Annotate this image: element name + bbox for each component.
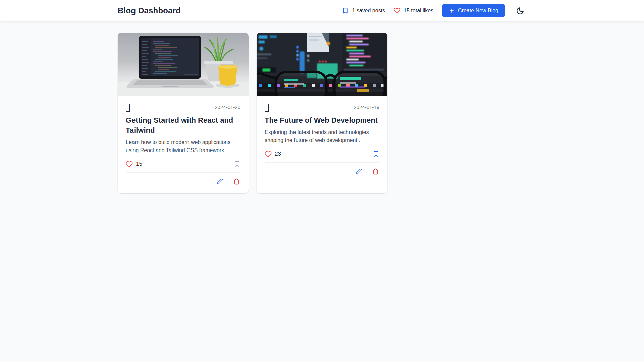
bookmark-icon <box>234 161 240 167</box>
post-cover-image <box>257 33 387 96</box>
trash-icon <box>233 178 240 185</box>
post-date: 2024-01-20 <box>215 103 240 110</box>
edit-post-button[interactable] <box>216 178 224 185</box>
like-button[interactable]: 15 <box>126 161 142 168</box>
bookmark-button[interactable] <box>373 150 379 157</box>
like-count: 15 <box>136 161 142 167</box>
saved-posts-stat: 1 saved posts <box>342 7 385 14</box>
app-header: Blog Dashboard 1 saved posts 15 total li… <box>0 0 644 21</box>
delete-post-button[interactable] <box>233 178 240 185</box>
plus-icon <box>449 8 455 14</box>
edit-post-button[interactable] <box>355 168 363 175</box>
bookmark-button[interactable] <box>234 161 240 167</box>
post-date: 2024-01-19 <box>354 103 379 110</box>
post-emoji-placeholder <box>265 104 269 112</box>
like-button[interactable]: 23 <box>265 150 281 158</box>
blog-card: 2024-01-19 The Future of Web Development… <box>257 33 387 193</box>
create-new-blog-label: Create New Blog <box>458 8 498 14</box>
heart-icon <box>126 161 133 168</box>
heart-icon <box>394 7 400 14</box>
bookmark-icon <box>373 150 379 157</box>
moon-icon <box>516 7 524 15</box>
post-excerpt: Exploring the latest trends and technolo… <box>265 128 379 144</box>
pencil-icon <box>356 168 362 175</box>
like-count: 23 <box>275 150 281 157</box>
bookmark-icon <box>342 7 349 14</box>
blog-card: 2024-01-20 Getting Started with React an… <box>118 33 249 193</box>
delete-post-button[interactable] <box>372 168 379 175</box>
total-likes-stat: 15 total likes <box>394 7 433 14</box>
post-excerpt: Learn how to build modern web applicatio… <box>126 138 240 155</box>
trash-icon <box>372 168 379 175</box>
page-title: Blog Dashboard <box>118 6 181 15</box>
posts-grid: 2024-01-20 Getting Started with React an… <box>118 33 526 193</box>
create-new-blog-button[interactable]: Create New Blog <box>442 4 505 17</box>
post-title: Getting Started with React and Tailwind <box>126 115 240 135</box>
post-title: The Future of Web Development <box>265 115 379 125</box>
total-likes-label: 15 total likes <box>404 8 433 14</box>
pencil-icon <box>217 178 223 185</box>
theme-toggle-button[interactable] <box>514 5 526 17</box>
post-cover-image <box>118 33 249 96</box>
main-content: 2024-01-20 Getting Started with React an… <box>118 21 526 193</box>
saved-posts-label: 1 saved posts <box>352 8 385 14</box>
post-emoji-placeholder <box>126 104 130 112</box>
heart-icon <box>265 150 272 158</box>
